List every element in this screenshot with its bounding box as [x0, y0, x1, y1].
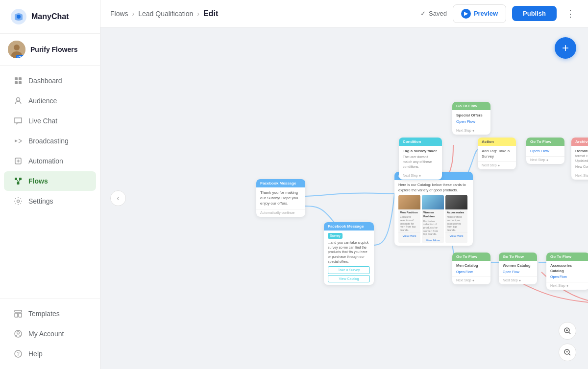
broadcasting-icon [14, 137, 23, 145]
node-fb2-body: Here is our Catalog: below these cards t… [394, 180, 473, 246]
saved-label: Saved [429, 10, 447, 17]
node-gotoflow-acc[interactable]: Go To Flow Accessories Catalog Open Flow… [546, 253, 588, 290]
node-gotoflow2-footer: Next Step ● [526, 156, 564, 164]
card-women-btn[interactable]: View More [422, 237, 444, 243]
node-fb3-body: Survey ...and you can take a quick surve… [324, 231, 374, 285]
card-men-desc: Exclusive selection of products for men … [398, 215, 420, 232]
node-archive1-header: Archive [571, 138, 588, 146]
node-fb1[interactable]: Facebook Message Thank you for making ou… [256, 179, 305, 217]
audience-icon [14, 96, 23, 105]
more-options-button[interactable]: ⋮ [563, 6, 578, 22]
svg-point-1 [17, 15, 21, 19]
node-gotoflow-men-footer: Next Step ● [452, 277, 490, 284]
card-acc-btn[interactable]: View More [445, 232, 467, 239]
sidebar-bottom: Templates My Account ? Help [0, 298, 100, 369]
sidebar-item-settings[interactable]: Settings [4, 191, 96, 211]
sidebar-item-dashboard[interactable]: Dashboard [4, 71, 96, 91]
svg-line-33 [569, 354, 570, 355]
add-node-button[interactable]: + [555, 37, 576, 59]
open-flow-acc-btn[interactable]: Open Flow [550, 275, 586, 279]
node-archive1[interactable]: Archive Remote format > Survey Updated N… [571, 138, 588, 180]
sidebar-item-audience[interactable]: Audience [4, 91, 96, 111]
sidebar-item-label: Settings [28, 197, 53, 205]
breadcrumb: Flows › Lead Qualification › Edit [110, 9, 218, 18]
node-gotoflow-men-body: Men Catalog Open Flow [452, 261, 490, 277]
publish-button[interactable]: Publish [512, 6, 557, 21]
zoom-out-button[interactable] [559, 344, 576, 361]
sidebar-item-automation[interactable]: Automation [4, 151, 96, 171]
node-gotoflow-men-header: Go To Flow [452, 253, 490, 261]
breadcrumb-flows[interactable]: Flows [110, 10, 128, 18]
zoom-in-button[interactable] [559, 322, 576, 340]
svg-point-9 [17, 98, 20, 101]
svg-line-18 [18, 180, 20, 182]
flow-canvas-area[interactable]: + ‹ Facebook Message Thank you for [100, 27, 588, 369]
sidebar-item-livechat[interactable]: Live Chat [4, 111, 96, 131]
node-gotoflow2-header: Go To Flow [526, 138, 564, 146]
svg-point-24 [17, 332, 20, 334]
breadcrumb-lead-qual[interactable]: Lead Qualification [138, 10, 193, 18]
sidebar-item-broadcasting[interactable]: Broadcasting [4, 131, 96, 151]
catalog-btn[interactable]: View Catalog [328, 275, 370, 283]
svg-line-17 [17, 180, 18, 182]
open-flow-men-btn[interactable]: Open Flow [456, 270, 487, 275]
node-action1[interactable]: Action Add Tag: Take a Survey Next Step … [478, 138, 516, 169]
main-content: Flows › Lead Qualification › Edit ✓ Save… [100, 0, 588, 369]
sidebar-item-label: Templates [28, 310, 60, 318]
publish-label: Publish [523, 10, 546, 17]
account-selector[interactable]: PRO Purify Flowers [0, 34, 100, 66]
livechat-icon [14, 116, 23, 125]
sidebar-item-label: Dashboard [28, 77, 62, 85]
node-gotoflow-women-footer: Next Step ● [499, 277, 537, 284]
topbar-actions: ✓ Saved ▶ Preview Publish ⋮ [420, 4, 578, 23]
sidebar-item-flows[interactable]: Flows [4, 171, 96, 191]
node-condition-header: Condition [399, 138, 442, 146]
connections-svg [100, 27, 588, 369]
sidebar-item-label: Audience [28, 97, 57, 105]
survey-btn[interactable]: Take a Survey [328, 266, 370, 274]
myaccount-icon [14, 329, 23, 338]
check-icon: ✓ [420, 10, 426, 17]
card-men-btn[interactable]: View More [398, 232, 420, 239]
node-action1-header: Action [478, 138, 516, 146]
open-flow-women-btn[interactable]: Open Flow [503, 270, 533, 275]
node-gotoflow-women-body: Women Catalog Open Flow [499, 261, 537, 277]
card-women-desc: Exclusive selection of products for wome… [422, 220, 444, 237]
node-gotoflow-acc-body: Accessories Catalog Open Flow [546, 261, 588, 282]
card-women: Women Fashion Exclusive selection of pro… [422, 195, 444, 243]
breadcrumb-current: Edit [203, 9, 218, 18]
sidebar-item-templates[interactable]: Templates [4, 304, 96, 323]
saved-indicator: ✓ Saved [420, 10, 447, 17]
open-flow-btn1[interactable]: Open Flow [456, 119, 487, 124]
svg-rect-14 [15, 178, 17, 180]
sidebar-item-help[interactable]: ? Help [4, 344, 96, 364]
sidebar-item-label: Broadcasting [28, 137, 69, 145]
svg-rect-7 [15, 81, 18, 84]
card-women-label: Women Fashion [422, 209, 444, 220]
preview-button[interactable]: ▶ Preview [453, 4, 506, 23]
node-fb2[interactable]: Facebook Message Here is our Catalog: be… [394, 172, 473, 246]
dashboard-icon [14, 76, 23, 85]
node-gotoflow-women[interactable]: Go To Flow Women Catalog Open Flow Next … [499, 253, 537, 284]
open-flow-btn2[interactable]: Open Flow [530, 148, 561, 154]
canvas-back-arrow[interactable]: ‹ [110, 190, 126, 206]
node-action1-body: Add Tag: Take a Survey [478, 146, 516, 161]
node-condition[interactable]: Condition Tag a survey taker The user do… [399, 138, 442, 180]
node-gotoflow-acc-header: Go To Flow [546, 253, 588, 261]
sidebar-item-myaccount[interactable]: My Account [4, 324, 96, 344]
node-gotoflow1[interactable]: Go To Flow Special Offers Open Flow Next… [452, 102, 490, 135]
node-fb3[interactable]: Facebook Message Survey ...and you can t… [324, 222, 374, 285]
svg-marker-10 [15, 139, 18, 142]
node-archive1-footer: Next Step ● [571, 172, 588, 180]
node-gotoflow2[interactable]: Go To Flow Open Flow Next Step ● [526, 138, 564, 164]
svg-text:?: ? [17, 351, 20, 357]
topbar: Flows › Lead Qualification › Edit ✓ Save… [100, 0, 588, 27]
node-gotoflow-men[interactable]: Go To Flow Men Catalog Open Flow Next St… [452, 253, 490, 284]
svg-rect-20 [15, 310, 22, 312]
card-acc: Accessories Handcrafted and unique acces… [445, 195, 467, 243]
node-gotoflow-acc-footer: Next Step ● [546, 282, 588, 290]
node-gotoflow1-body: Special Offers Open Flow [452, 110, 490, 127]
node-gotoflow-women-header: Go To Flow [499, 253, 537, 261]
card-men-label: Men Fashion [398, 209, 420, 215]
automation-icon [14, 157, 23, 165]
